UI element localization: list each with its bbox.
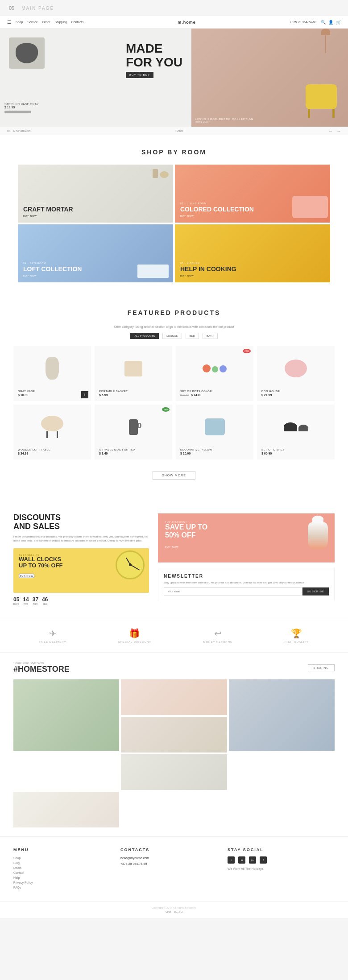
product-name-mug: A TRAVEL MUG FOR TEA <box>99 448 168 451</box>
nav-link-contacts[interactable]: Contacts <box>71 21 84 24</box>
footer-link-blog[interactable]: Blog <box>13 861 120 864</box>
save-vase-image <box>306 516 330 551</box>
room-card-loft[interactable]: 04 · Bathroom LOFT COLLECTION BUY NOW <box>18 224 173 282</box>
hamburger-icon[interactable]: ☰ <box>7 20 11 25</box>
clock-hand-hour <box>126 558 131 565</box>
cart-icon[interactable]: 🛒 <box>336 20 341 25</box>
facebook-icon[interactable]: f <box>260 856 267 864</box>
chair-leg-left <box>308 109 310 118</box>
paypal-icon: PayPal <box>174 911 182 914</box>
return-icon: ↩ <box>214 628 222 639</box>
product-card-dogbed: DOG HOUSE $ 21.99 <box>257 346 335 401</box>
save-cta-button[interactable]: BUY NOW <box>165 546 179 548</box>
footer-bottom: Copyright © 2018 All Rights Reserved VIS… <box>0 901 348 918</box>
countdown-label-days: DAYS <box>13 603 19 605</box>
payment-icons: VISA PayPal <box>4 911 344 914</box>
tab-bath[interactable]: BATH <box>203 333 218 339</box>
page-title: MAIN PAGE <box>21 6 54 11</box>
room-cta-cooking[interactable]: BUY NOW <box>180 274 325 277</box>
copyright-text: Copyright © 2018 All Rights Reserved <box>152 906 197 909</box>
site-wrapper: ☰ Shop Service Order Shipping Contacts m… <box>0 16 348 918</box>
newsletter-title: NEWSLETTER <box>164 574 329 579</box>
pillow-shape <box>205 418 225 435</box>
shop-by-room-title: SHOP BY ROOM <box>18 149 330 156</box>
prev-arrow[interactable]: ← <box>328 128 333 133</box>
room-tag-cooking: 05 · Kitchen <box>180 262 325 265</box>
nav-link-service[interactable]: Service <box>27 21 37 24</box>
trophy-icon: 🏆 <box>291 628 302 639</box>
feature-discount: 🎁 SPECIAL DISCOUNT <box>118 628 151 643</box>
nav-link-shipping[interactable]: Shipping <box>55 21 67 24</box>
returns-label: MONEY RETURNS <box>203 641 232 643</box>
account-icon[interactable]: 👤 <box>328 20 333 25</box>
product-shape <box>16 43 38 63</box>
photo-cell-1 <box>13 679 119 790</box>
tab-lounge[interactable]: LOUNGE <box>162 333 182 339</box>
footer-link-help[interactable]: Help <box>13 876 120 879</box>
footer-social-text: We Work All The Holidays <box>228 867 335 870</box>
footer-link-contact[interactable]: Contact <box>13 871 120 874</box>
tab-bed[interactable]: BED <box>186 333 199 339</box>
product-image-basket <box>99 351 168 386</box>
hashtag-section: Share Your Style With #HOMESTORE SHARING <box>0 653 348 836</box>
twitter-icon[interactable]: t <box>228 856 235 864</box>
featured-title: FEATURED PRODUCTS <box>13 309 335 316</box>
room-card-colored[interactable]: 02 · Living Room COLORED COLLECTION BUY … <box>175 165 330 223</box>
countdown-label-sec: SEC <box>43 603 47 605</box>
colored-sofa-deco <box>292 196 328 218</box>
hero-section: MADE FOR YOU BUY TO BUY STERLING VASE GR… <box>0 29 348 127</box>
photo-cell-4 <box>229 679 335 790</box>
hero-color-bar <box>4 111 31 113</box>
pot1 <box>203 364 211 372</box>
product-price-basket: $ 5.99 <box>99 393 168 397</box>
footer-link-deals[interactable]: Deals <box>13 866 120 869</box>
vase-body <box>308 522 328 549</box>
hero-title: MADE FOR YOU <box>126 42 182 70</box>
product-card-table: WOODEN LOFT TABLE $ 34.99 <box>13 405 91 459</box>
discount-title: DISCOUNTSAND SALES <box>13 513 149 531</box>
mug-body <box>129 419 138 435</box>
discounts-section: DISCOUNTSAND SALES Follow our promotions… <box>0 500 348 619</box>
footer-link-shop[interactable]: Shop <box>13 856 120 860</box>
room-cta-craft[interactable]: BUY NOW <box>23 215 168 217</box>
products-grid-row2: WOODEN LOFT TABLE $ 34.99 new A TRAVEL M… <box>13 405 335 459</box>
nav-link-order[interactable]: Order <box>42 21 50 24</box>
pots-price-group: $ 14.99 $ 14.00 <box>180 393 249 397</box>
product-name-dogbed: DOG HOUSE <box>261 390 330 393</box>
hero-product-image <box>9 37 45 69</box>
room-card-cooking[interactable]: 05 · Kitchen HELP IN COOKING BUY NOW <box>175 224 330 282</box>
footer-menu: MENU Shop Blog Deals Contact Help Privac… <box>13 848 120 891</box>
product-card-mug: new A TRAVEL MUG FOR TEA $ 3.49 <box>95 405 172 459</box>
nav-logo[interactable]: m.home <box>178 20 196 25</box>
discount-text: Follow our promotions and discounts. We … <box>13 535 149 543</box>
countdown-min: 37 MIN <box>33 596 38 605</box>
room-card-craft[interactable]: 03 · Bathroom CRAFT MORTAR BUY NOW <box>18 165 173 223</box>
newsletter-input[interactable] <box>164 587 302 595</box>
hero-cta-button[interactable]: BUY TO BUY <box>126 72 153 78</box>
footer-link-privacy[interactable]: Privacy Policy <box>13 881 120 884</box>
google-plus-icon[interactable]: g+ <box>249 856 256 864</box>
next-arrow[interactable]: → <box>336 128 341 133</box>
search-icon[interactable]: 🔍 <box>321 20 326 25</box>
instagram-icon[interactable]: in <box>238 856 245 864</box>
footer-link-faqs[interactable]: FAQs <box>13 886 120 889</box>
footer: MENU Shop Blog Deals Contact Help Privac… <box>0 836 348 901</box>
newsletter-submit-button[interactable]: SUBCRIBE <box>302 587 329 595</box>
featured-tabs: ALL PRODUCTS LOUNGE BED BATH <box>13 333 335 339</box>
add-to-cart-vase[interactable]: + <box>81 391 88 398</box>
hashtag-title: #HOMESTORE <box>13 665 70 674</box>
show-more-button[interactable]: SHOW MORE <box>153 471 195 480</box>
product-image-vase <box>18 351 87 386</box>
countdown: 05 DAYS 14 HRS 37 MIN 46 SEC <box>13 596 149 605</box>
nav-link-shop[interactable]: Shop <box>16 21 23 24</box>
wall-clock-cta-button[interactable]: BUY NOW <box>19 574 34 578</box>
footer-social-title: STAY SOCIAL <box>228 848 335 852</box>
tab-all-products[interactable]: ALL PRODUCTS <box>130 333 159 339</box>
hashtag-share-button[interactable]: SHARING <box>308 664 335 671</box>
hero-right: LIVING ROOM DECOR COLLECTION From $ 14.9… <box>191 29 348 127</box>
navbar: ☰ Shop Service Order Shipping Contacts m… <box>0 16 348 29</box>
product-card-dinnerware: SET OF DISHES $ 60.99 <box>257 405 335 459</box>
photo-col-middle <box>121 679 227 753</box>
craft-decoration <box>153 169 169 178</box>
photo3 <box>121 717 227 753</box>
